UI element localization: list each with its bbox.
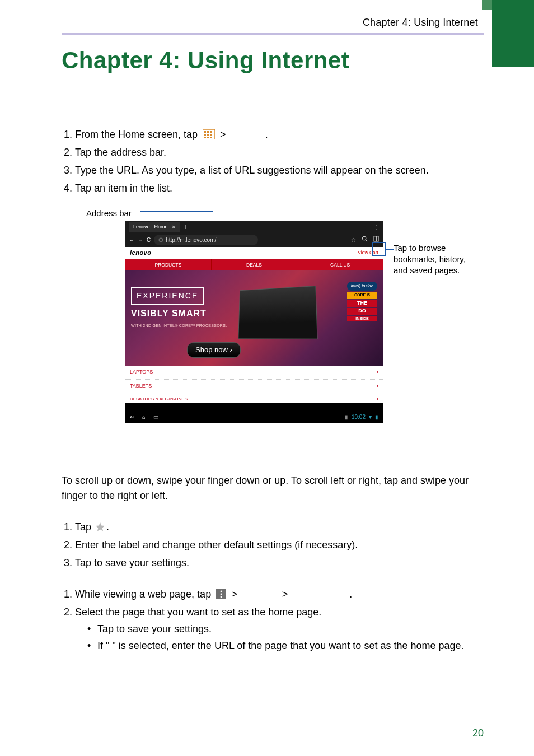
ss-reload-icon: C xyxy=(147,236,151,245)
ss-list-tablets: TABLETS› xyxy=(125,380,383,394)
steps-bookmark: Tap . Enter the label and change other d… xyxy=(62,520,484,571)
apps-grid-icon xyxy=(203,129,215,139)
ss-badge-the: THE xyxy=(347,300,377,307)
ss-hero-visibly-smart: VISIBLY SMART xyxy=(131,307,227,321)
step-3: Type the URL. As you type, a list of URL… xyxy=(75,163,484,179)
page: Chapter 4: Using Internet Chapter 4: Usi… xyxy=(0,0,534,756)
svg-point-10 xyxy=(159,238,163,242)
ss-shop-now-button: Shop now › xyxy=(187,342,241,358)
ss-hero: EXPERIENCE VISIBLY SMART WITH 2ND GEN IN… xyxy=(125,270,383,366)
step-c1-gt2: > xyxy=(282,589,291,600)
corner-tab xyxy=(492,0,534,67)
ss-recent-nav-icon: ▭ xyxy=(153,413,158,422)
svg-point-18 xyxy=(221,594,222,595)
ss-menu-icon: ⋮ xyxy=(373,223,380,232)
step-1-gt: > xyxy=(220,129,229,140)
svg-rect-9 xyxy=(210,137,212,138)
bullet-other: If " " is selected, enter the URL of the… xyxy=(97,638,484,654)
ss-hero-text: EXPERIENCE VISIBLY SMART WITH 2ND GEN IN… xyxy=(131,287,227,329)
ss-badge-core: CORE i5 xyxy=(347,292,377,299)
svg-rect-2 xyxy=(207,131,209,133)
ss-sys-left: ↩ ⌂ ▭ xyxy=(130,413,158,422)
ss-url-text: http://m.lenovo.com/ xyxy=(166,236,216,245)
step-b1-text: Tap xyxy=(75,521,94,533)
callout-line-1 xyxy=(140,211,213,212)
ss-star-icon: ☆ xyxy=(351,236,356,245)
ss-list-laptops: LAPTOPS› xyxy=(125,366,383,380)
ss-logo: lenovo xyxy=(130,248,151,258)
step-1-text-a: From the Home screen, tap xyxy=(75,129,200,140)
ss-battery-icon: ▮ xyxy=(375,413,378,422)
ss-tab-close-icon: ✕ xyxy=(171,223,176,232)
ss-nav-products: PRODUCTS xyxy=(125,259,212,270)
svg-rect-3 xyxy=(210,131,212,133)
steps-open-browser: From the Home screen, tap > . Tap the ad… xyxy=(62,127,484,197)
overflow-menu-icon xyxy=(216,589,226,599)
ss-nav-callus: CALL US xyxy=(297,259,383,270)
browser-screenshot: Lenovo - Home ✕ + ⋮ ← → C http://m.lenov… xyxy=(125,221,383,423)
ss-badge-intel-inside: intel) inside xyxy=(347,282,377,291)
ss-url-bar: ← → C http://m.lenovo.com/ ☆ xyxy=(125,234,383,247)
ss-list-label: LAPTOPS xyxy=(130,368,153,376)
ss-list-desktops: DESKTOPS & ALL-IN-ONES› xyxy=(125,393,383,403)
svg-rect-13 xyxy=(374,236,376,241)
step-c1-pre: While viewing a web page, tap xyxy=(75,589,214,600)
star-icon xyxy=(95,521,105,531)
chevron-right-icon: › xyxy=(377,396,378,403)
step-b3: Tap to save your settings. xyxy=(75,556,484,571)
ss-tab-bar: Lenovo - Home ✕ + ⋮ xyxy=(125,221,383,234)
callout-address-bar-label: Address bar xyxy=(86,207,132,220)
step-b2: Enter the label and change other default… xyxy=(75,538,484,553)
ss-badge-inside: INSIDE xyxy=(347,316,377,321)
chevron-right-icon: › xyxy=(377,382,378,390)
step-c1: While viewing a web page, tap > > . xyxy=(75,587,484,603)
svg-rect-6 xyxy=(210,134,212,136)
step-b1-period: . xyxy=(106,521,109,533)
ss-new-tab-icon: + xyxy=(184,221,188,234)
svg-marker-15 xyxy=(96,522,105,531)
figure: Address bar Lenovo - Home ✕ + ⋮ ← → C xyxy=(62,204,484,451)
ss-badge-do: DO xyxy=(347,308,377,315)
ss-hero-experience: EXPERIENCE xyxy=(131,287,204,305)
callout-line-2 xyxy=(386,249,394,250)
svg-rect-7 xyxy=(204,137,206,138)
ss-sys-right: ▮ 10:02 ▾ ▮ xyxy=(345,413,378,422)
page-number: 20 xyxy=(472,727,484,739)
ss-back-icon: ← xyxy=(129,236,134,245)
step-c1-gt1: > xyxy=(231,589,240,600)
step-b1: Tap . xyxy=(75,520,484,535)
body-text: From the Home screen, tap > . Tap the ad… xyxy=(62,127,484,654)
step-c2-text: Select the page that you want to set as … xyxy=(75,606,321,618)
ss-notif-icon: ▮ xyxy=(345,413,348,422)
ss-forward-icon: → xyxy=(138,236,143,245)
ss-hero-laptop xyxy=(238,286,317,339)
ss-clock: 10:02 xyxy=(352,413,366,422)
chapter-title: Chapter 4: Using Internet xyxy=(62,47,484,74)
ss-list-label: DESKTOPS & ALL-IN-ONES xyxy=(130,396,188,403)
ss-nav-tabs: PRODUCTS DEALS CALL US xyxy=(125,259,383,270)
ss-home-nav-icon: ⌂ xyxy=(142,413,146,422)
ss-back-nav-icon: ↩ xyxy=(130,413,134,422)
ss-nav-deals: DEALS xyxy=(212,259,298,270)
step-2: Tap the address bar. xyxy=(75,145,484,161)
ss-hero-sub: WITH 2ND GEN INTEL® CORE™ PROCESSORS. xyxy=(131,323,227,329)
ss-tab: Lenovo - Home ✕ xyxy=(129,222,180,233)
ss-intel-badge: intel) inside CORE i5 THE DO INSIDE xyxy=(347,282,377,321)
svg-point-19 xyxy=(221,596,222,598)
steps-homepage: While viewing a web page, tap > > . Sele xyxy=(62,587,484,654)
step-c2-bullets: Tap to save your settings. If " " is sel… xyxy=(75,622,484,654)
bullet-save: Tap to save your settings. xyxy=(97,622,484,637)
ss-list-label: TABLETS xyxy=(130,382,152,390)
step-c1-period: . xyxy=(349,589,352,600)
svg-point-17 xyxy=(221,591,222,592)
scroll-paragraph: To scroll up or down, swipe your finger … xyxy=(62,473,484,505)
step-1: From the Home screen, tap > . xyxy=(75,127,484,143)
svg-rect-1 xyxy=(204,131,206,133)
svg-rect-14 xyxy=(377,236,379,241)
step-c2: Select the page that you want to set as … xyxy=(75,605,484,654)
svg-rect-4 xyxy=(204,134,206,136)
step-1-period: . xyxy=(265,129,268,140)
ss-tab-label: Lenovo - Home xyxy=(133,223,168,231)
ss-system-bar: ↩ ⌂ ▭ ▮ 10:02 ▾ ▮ xyxy=(125,412,383,423)
ss-category-list: LAPTOPS› TABLETS› DESKTOPS & ALL-IN-ONES… xyxy=(125,366,383,403)
